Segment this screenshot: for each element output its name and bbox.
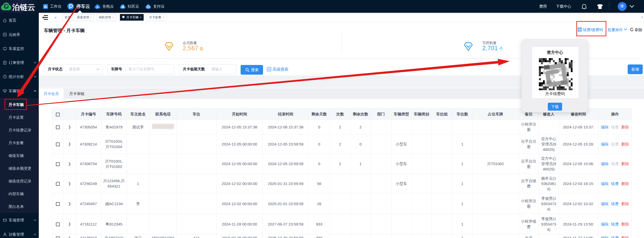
svg-text:p: p (96, 5, 98, 9)
